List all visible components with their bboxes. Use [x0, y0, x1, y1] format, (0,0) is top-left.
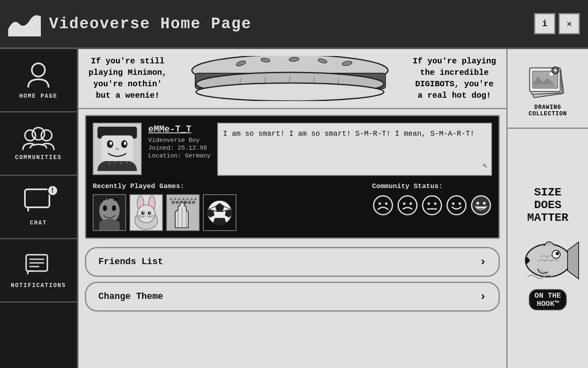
hotdog-svg	[176, 56, 404, 101]
game-4-icon	[204, 195, 236, 230]
games-status: Recently Played Games:	[93, 182, 492, 231]
friends-list-arrow: ›	[479, 256, 486, 268]
svg-point-33	[126, 161, 128, 164]
drawing-collection-label: DRAWING COLLECTION	[528, 104, 567, 117]
ad-sub: ON THE HOOK™	[529, 289, 567, 310]
bio-edit-icon[interactable]: ✎	[483, 161, 487, 172]
notifications-icon	[24, 252, 52, 279]
game-2-icon	[130, 195, 162, 230]
svg-point-61	[194, 198, 197, 200]
friends-list-label: Friends List	[98, 257, 163, 267]
svg-point-89	[423, 196, 441, 215]
sidebar-item-home-page[interactable]: HOME PAGE	[0, 49, 77, 112]
svg-point-97	[477, 202, 479, 205]
banner-text-right: If you're playing the incredible DIGIBOT…	[412, 56, 497, 101]
sidebar-chat-label: CHAT	[30, 220, 47, 226]
svg-point-84	[379, 202, 381, 205]
svg-point-91	[434, 202, 437, 205]
game-thumb-3[interactable]	[166, 194, 200, 231]
profile-top: ✎	[93, 123, 492, 176]
emoji-neutral-icon	[421, 195, 443, 216]
svg-point-57	[178, 198, 180, 200]
svg-point-90	[428, 202, 430, 205]
profile-info: eMMe-T_T Videoverse Boy Joined: 25.12.98…	[148, 123, 211, 176]
svg-point-37	[112, 205, 116, 211]
right-panel: DRAWING COLLECTION SIZE DOES MATTER	[506, 49, 588, 368]
svg-point-36	[103, 205, 107, 211]
svg-point-88	[410, 202, 412, 205]
svg-point-63	[176, 201, 179, 204]
svg-point-98	[483, 202, 486, 205]
title-bar: Videoverse Home Page i ✕	[0, 0, 588, 49]
svg-point-95	[459, 202, 461, 205]
game-3-icon	[167, 195, 199, 230]
avatar-edit-icon[interactable]: ✎	[136, 123, 141, 132]
svg-point-32	[120, 162, 122, 164]
friends-list-button[interactable]: Friends List ›	[85, 247, 500, 277]
sidebar-home-label: HOME PAGE	[19, 93, 58, 99]
svg-point-86	[398, 196, 417, 215]
emoji-smile-icon	[446, 195, 467, 216]
emoji-frown-icon	[397, 195, 418, 216]
svg-point-85	[385, 202, 388, 205]
change-theme-button[interactable]: Change Theme ›	[85, 282, 500, 312]
status-label: Community Status:	[372, 182, 492, 190]
svg-point-44	[137, 205, 155, 223]
drawing-collection-button[interactable]: DRAWING COLLECTION	[508, 49, 588, 129]
chat-icon-wrap: !	[23, 188, 54, 220]
game-thumb-1[interactable]	[93, 194, 126, 231]
bio-text: I am so smart! I am so smart! S-M-R-T! I…	[223, 130, 474, 138]
game-thumbnails	[93, 194, 364, 231]
svg-point-60	[190, 198, 193, 200]
title-left: Videoverse Home Page	[8, 9, 252, 38]
status-emoji-4[interactable]	[445, 194, 468, 216]
svg-point-87	[403, 202, 405, 205]
game-1-icon	[94, 195, 125, 230]
content-area: If you're still playing Minimon, you're …	[78, 49, 506, 368]
sidebar: HOME PAGE COMMUNITIES ! CHAT	[0, 49, 78, 368]
svg-point-83	[374, 196, 392, 215]
menu-buttons: Friends List › Change Theme ›	[78, 247, 506, 312]
change-theme-arrow: ›	[479, 290, 486, 303]
svg-point-29	[115, 148, 119, 150]
svg-point-30	[108, 162, 111, 164]
games-section: Recently Played Games:	[93, 182, 364, 231]
profile-location: Location: Germany	[148, 153, 211, 159]
svg-point-48	[149, 212, 151, 213]
sidebar-notifications-label: NOTIFICATIONS	[11, 282, 66, 289]
home-icon	[24, 61, 53, 90]
game-thumb-4[interactable]	[203, 194, 236, 231]
status-emoji-1[interactable]	[372, 194, 394, 216]
sidebar-item-chat[interactable]: ! CHAT	[0, 176, 77, 239]
sidebar-item-notifications[interactable]: NOTIFICATIONS	[0, 239, 77, 303]
sidebar-item-communities[interactable]: COMMUNITIES	[0, 112, 77, 176]
ad-banner[interactable]: SIZE DOES MATTER	[508, 129, 588, 368]
profile-section: ✎	[85, 115, 500, 239]
status-emoji-2[interactable]	[396, 194, 419, 216]
profile-joined: Joined: 25.12.98	[148, 145, 211, 152]
svg-point-94	[452, 202, 454, 205]
games-label: Recently Played Games:	[93, 182, 364, 190]
banner-text-left: If you're still playing Minimon, you're …	[88, 56, 167, 101]
svg-point-3	[41, 130, 52, 141]
emoji-row	[372, 194, 492, 216]
svg-point-66	[188, 201, 191, 204]
fish-icon	[515, 228, 581, 285]
svg-point-67	[192, 201, 195, 204]
game-thumb-2[interactable]	[129, 194, 163, 231]
svg-point-62	[172, 201, 175, 204]
status-emoji-3[interactable]	[421, 194, 443, 216]
svg-point-59	[186, 198, 189, 200]
avatar-svg	[93, 123, 142, 175]
hotdog-image	[176, 56, 404, 101]
sidebar-communities-label: COMMUNITIES	[15, 154, 62, 161]
status-emoji-5[interactable]	[470, 194, 492, 216]
username: eMMe-T_T	[148, 124, 211, 135]
svg-rect-4	[25, 189, 49, 207]
svg-point-1	[25, 130, 36, 141]
info-button[interactable]: i	[534, 13, 555, 34]
close-button[interactable]: ✕	[559, 13, 580, 34]
emoji-sad-icon	[372, 195, 394, 216]
svg-point-110	[556, 252, 559, 255]
svg-point-22	[196, 83, 384, 101]
